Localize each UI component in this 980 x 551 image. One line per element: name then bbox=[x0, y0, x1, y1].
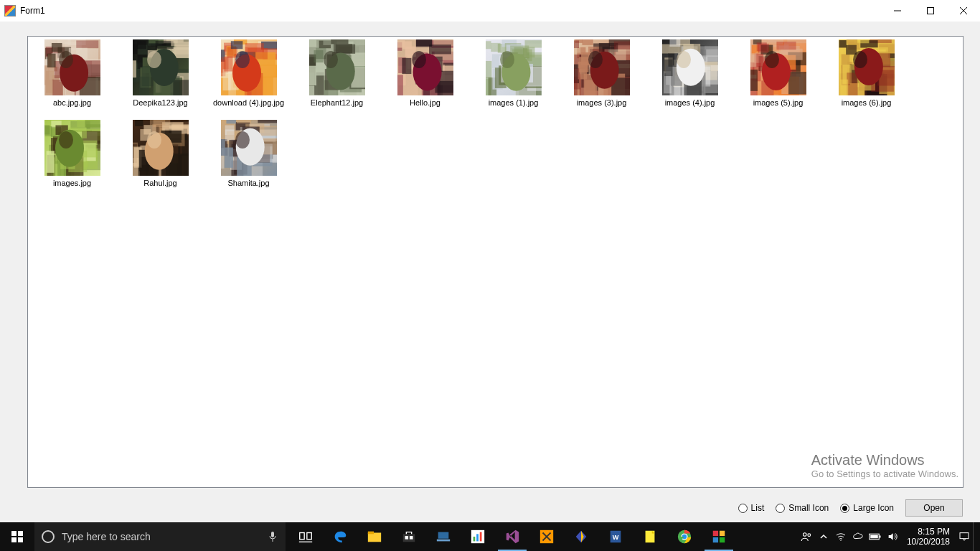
clock-date: 10/20/2018 bbox=[907, 537, 950, 547]
svg-rect-5 bbox=[18, 531, 23, 536]
svg-rect-32 bbox=[720, 531, 725, 536]
list-item[interactable]: images (1).jpg bbox=[469, 39, 557, 107]
radio-label: List bbox=[751, 503, 765, 513]
minimize-button[interactable] bbox=[881, 0, 914, 22]
titlebar: Form1 bbox=[0, 0, 980, 22]
chrome-icon[interactable] bbox=[667, 522, 702, 551]
mic-icon[interactable] bbox=[268, 531, 277, 542]
start-button[interactable] bbox=[0, 522, 34, 551]
svg-rect-14 bbox=[368, 532, 374, 534]
chart-app-icon[interactable] bbox=[461, 522, 495, 551]
list-item[interactable]: Deepika123.jpg bbox=[116, 39, 204, 107]
svg-rect-1 bbox=[928, 8, 934, 14]
taskbar-left: Type here to search bbox=[0, 522, 736, 551]
svg-point-36 bbox=[808, 534, 811, 537]
view-largeicon-radio[interactable]: Large Icon bbox=[840, 503, 894, 513]
maximize-button[interactable] bbox=[914, 0, 947, 22]
running-form-icon[interactable] bbox=[702, 522, 736, 551]
diamond-app-icon[interactable] bbox=[564, 522, 598, 551]
item-label: Deepika123.jpg bbox=[133, 98, 187, 107]
taskbar-search[interactable]: Type here to search bbox=[34, 522, 286, 551]
view-smallicon-radio[interactable]: Small Icon bbox=[776, 503, 829, 513]
item-label: images (1).jpg bbox=[489, 98, 539, 107]
taskbar-clock[interactable]: 8:15 PM 10/20/2018 bbox=[901, 527, 956, 547]
show-desktop-button[interactable] bbox=[973, 522, 977, 551]
svg-rect-17 bbox=[410, 536, 413, 540]
list-item[interactable]: images (4).jpg bbox=[646, 39, 734, 107]
radio-icon bbox=[840, 504, 849, 513]
image-listview[interactable]: abc.jpg.jpgDeepika123.jpgdownload (4).jp… bbox=[27, 36, 963, 488]
laptop-app-icon[interactable] bbox=[426, 522, 461, 551]
list-item[interactable]: Shamita.jpg bbox=[204, 120, 293, 187]
battery-icon[interactable] bbox=[867, 522, 884, 551]
thumbnail bbox=[44, 39, 100, 95]
people-icon[interactable] bbox=[798, 522, 815, 551]
thumbnail bbox=[133, 120, 189, 176]
window-title: Form1 bbox=[20, 6, 45, 16]
item-label: images (6).jpg bbox=[842, 98, 892, 107]
svg-rect-40 bbox=[870, 535, 878, 539]
notes-app-icon[interactable] bbox=[633, 522, 667, 551]
list-item[interactable]: Elephant12.jpg bbox=[293, 39, 381, 107]
item-label: images.jpg bbox=[53, 179, 91, 187]
app-icon bbox=[4, 5, 16, 17]
task-view-icon[interactable] bbox=[288, 522, 323, 551]
word-icon[interactable]: W bbox=[598, 522, 633, 551]
item-label: download (4).jpg.jpg bbox=[213, 98, 284, 107]
thumbnail bbox=[839, 39, 895, 95]
thumbnail bbox=[309, 39, 365, 95]
store-icon[interactable] bbox=[392, 522, 426, 551]
thumbnail bbox=[662, 39, 718, 95]
taskbar: Type here to search bbox=[0, 522, 980, 551]
list-item[interactable]: images (6).jpg bbox=[822, 39, 910, 107]
radio-icon bbox=[776, 504, 785, 513]
view-list-radio[interactable]: List bbox=[738, 503, 765, 513]
thumbnail bbox=[44, 120, 100, 176]
radio-label: Small Icon bbox=[788, 503, 829, 513]
svg-rect-19 bbox=[437, 540, 450, 542]
open-button[interactable]: Open bbox=[905, 499, 963, 517]
clock-time: 8:15 PM bbox=[907, 527, 950, 537]
list-item[interactable]: images.jpg bbox=[28, 120, 116, 187]
tray-chevron-icon[interactable] bbox=[815, 522, 832, 551]
file-explorer-icon[interactable] bbox=[357, 522, 392, 551]
list-item[interactable]: abc.jpg.jpg bbox=[28, 39, 116, 107]
item-label: abc.jpg.jpg bbox=[53, 98, 91, 107]
svg-text:W: W bbox=[613, 534, 619, 541]
onedrive-icon[interactable] bbox=[849, 522, 867, 551]
list-item[interactable]: Rahul.jpg bbox=[116, 120, 204, 187]
radio-icon bbox=[738, 504, 748, 513]
search-placeholder: Type here to search bbox=[62, 531, 151, 542]
svg-rect-23 bbox=[480, 532, 482, 542]
list-item[interactable]: Hello.jpg bbox=[381, 39, 469, 107]
list-item[interactable]: images (3).jpg bbox=[557, 39, 646, 107]
item-label: images (4).jpg bbox=[665, 98, 715, 107]
volume-icon[interactable] bbox=[884, 522, 901, 551]
svg-rect-41 bbox=[960, 533, 969, 539]
taskbar-pinned: W bbox=[288, 522, 736, 551]
svg-point-37 bbox=[840, 540, 841, 541]
svg-rect-6 bbox=[11, 537, 17, 542]
thumbnail bbox=[397, 39, 453, 95]
close-button[interactable] bbox=[947, 0, 980, 22]
tools-app-icon[interactable] bbox=[529, 522, 564, 551]
svg-rect-13 bbox=[368, 533, 381, 542]
svg-rect-15 bbox=[403, 534, 415, 542]
svg-rect-31 bbox=[713, 531, 718, 536]
item-label: Rahul.jpg bbox=[143, 179, 176, 187]
thumbnail bbox=[221, 39, 277, 95]
bottom-controls: List Small Icon Large Icon Open bbox=[738, 499, 963, 517]
svg-rect-33 bbox=[713, 537, 718, 542]
svg-rect-21 bbox=[473, 537, 476, 541]
thumbnail bbox=[574, 39, 630, 95]
wifi-icon[interactable] bbox=[832, 522, 849, 551]
thumbnail bbox=[486, 39, 542, 95]
svg-rect-34 bbox=[720, 537, 725, 542]
list-item[interactable]: images (5).jpg bbox=[734, 39, 822, 107]
action-center-icon[interactable] bbox=[956, 522, 973, 551]
list-item[interactable]: download (4).jpg.jpg bbox=[204, 39, 293, 107]
item-label: images (3).jpg bbox=[577, 98, 627, 107]
visual-studio-icon[interactable] bbox=[495, 522, 529, 551]
edge-icon[interactable] bbox=[323, 522, 357, 551]
item-label: Shamita.jpg bbox=[227, 179, 269, 187]
